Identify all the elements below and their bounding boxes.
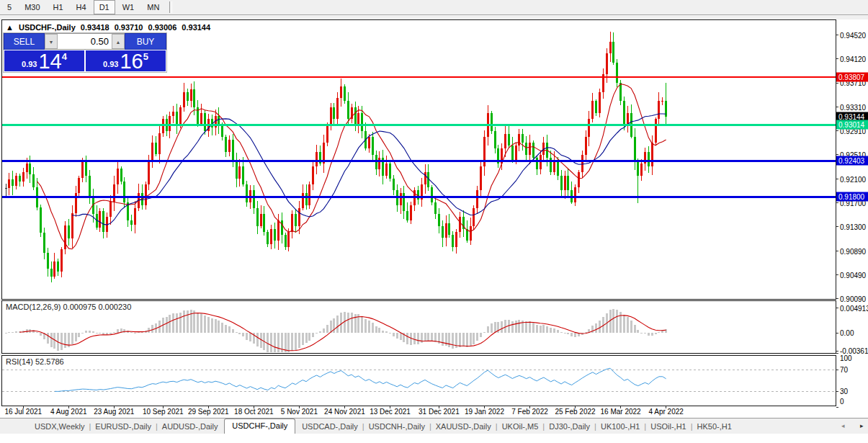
rsi-tick-70: 70 — [840, 366, 848, 374]
date-tick-18-Oct-2021: 18 Oct 2021 — [234, 408, 273, 416]
rsi-tick-30: 30 — [840, 388, 848, 395]
bottom-strip — [0, 433, 868, 443]
timeframe-button-M30[interactable]: M30 — [19, 0, 45, 14]
timeframe-button-H4[interactable]: H4 — [71, 0, 92, 14]
volume-spinner: ▼ ▲ — [45, 33, 125, 50]
volume-input[interactable] — [58, 34, 112, 49]
buy-price-sup: 5 — [143, 51, 148, 62]
pane-border-2 — [2, 356, 836, 406]
price-tick-0.9009: 0.90090 — [840, 295, 866, 303]
chart-tab-usoil-h1[interactable]: USOil-,H1 — [646, 420, 691, 434]
one-click-trade-panel: SELL ▼ ▲ BUY 0.93 14 4 0.93 16 5 — [3, 32, 167, 73]
volume-decrease-button[interactable]: ▼ — [45, 34, 58, 49]
chart-tab-bar: USDX,Weekly|EURUSD-,Daily|AUDUSD-,Daily|… — [0, 418, 868, 434]
chart-tab-usdcad-daily[interactable]: USDCAD-,Daily — [297, 420, 362, 434]
date-tick-13-Dec-2021: 13 Dec 2021 — [370, 408, 411, 416]
price-badge-support-green: 0.93014 — [836, 120, 868, 130]
date-tick-10-Sep-2021: 10 Sep 2021 — [143, 408, 184, 416]
date-tick-5-Nov-2021: 5 Nov 2021 — [281, 408, 318, 416]
sell-price-sup: 4 — [62, 51, 67, 62]
date-tick-4-Aug-2021: 4 Aug 2021 — [50, 408, 87, 416]
date-tick-4-Apr-2022: 4 Apr 2022 — [648, 408, 683, 416]
rsi-label: RSI(14) 52.5786 — [6, 357, 64, 366]
chart-tab-dj30-daily[interactable]: DJ30-,Daily — [545, 420, 594, 434]
chart-tab-hk50-h1[interactable]: HK50-,H1 — [693, 420, 736, 434]
date-tick-29-Sep-2021: 29 Sep 2021 — [188, 408, 229, 416]
timeframe-button-W1[interactable]: W1 — [117, 0, 140, 14]
ohlc-low: 0.93006 — [148, 23, 177, 32]
price-tick-0.913: 0.91300 — [840, 223, 866, 231]
date-tick-16-Mar-2022: 16 Mar 2022 — [601, 408, 641, 416]
chart-header: ▲ USDCHF-,Daily 0.93418 0.93710 0.93006 … — [6, 23, 213, 32]
rsi-tick-100: 100 — [840, 354, 852, 362]
price-badge-support-blue-2: 0.91800 — [836, 192, 868, 202]
rsi-tick-0: 0 — [840, 398, 844, 406]
tabs-scroll-right-icon[interactable]: ▸ — [860, 422, 864, 429]
mt4-window: { "toolbar": {"timeframes": ["5", "M30",… — [0, 0, 868, 443]
price-tick-0.9412: 0.94120 — [840, 55, 866, 63]
sell-price-tile[interactable]: 0.93 14 4 — [4, 50, 84, 71]
chart-tab-xauusd-daily[interactable]: XAUUSD-,Daily — [431, 420, 496, 434]
timeframe-toolbar: 5M30H1H4D1W1MN — [0, 0, 868, 15]
chart-tab-audusd-daily[interactable]: AUDUSD-,Daily — [158, 420, 223, 434]
price-tick-0.9331: 0.93310 — [840, 103, 866, 111]
volume-increase-button[interactable]: ▲ — [112, 34, 125, 49]
ohlc-open: 0.93418 — [81, 23, 109, 32]
ohlc-close: 0.93144 — [182, 23, 210, 32]
chart-tab-usdchf-daily[interactable]: USDCHF-,Daily — [224, 419, 295, 434]
price-badge-resistance: 0.93807 — [836, 73, 868, 82]
date-tick-31-Dec-2021: 31 Dec 2021 — [419, 408, 460, 416]
timeframe-button-5[interactable]: 5 — [1, 0, 17, 14]
buy-button[interactable]: BUY — [125, 33, 166, 50]
price-tick-0.9452: 0.94520 — [840, 31, 866, 39]
price-tick-0.921: 0.92100 — [840, 175, 866, 183]
chart-tab-ukoil-m5[interactable]: UKOil-,M5 — [498, 420, 543, 434]
date-tick-16-Jul-2021: 16 Jul 2021 — [4, 408, 42, 416]
toolbar-separator — [169, 1, 172, 13]
chart-tab-uk100-h1[interactable]: UK100-,H1 — [596, 420, 644, 434]
price-badge-support-blue-1: 0.92403 — [836, 156, 868, 166]
buy-price-tile[interactable]: 0.93 16 5 — [86, 50, 166, 71]
date-tick-19-Jan-2022: 19 Jan 2022 — [465, 408, 504, 416]
buy-price-big: 16 — [120, 52, 143, 71]
timeframe-button-D1[interactable]: D1 — [94, 0, 115, 14]
sell-button[interactable]: SELL — [4, 33, 45, 50]
timeframe-button-MN[interactable]: MN — [141, 0, 165, 14]
timeframe-button-H1[interactable]: H1 — [48, 0, 69, 14]
buy-price-prefix: 0.93 — [103, 60, 118, 68]
sell-price-prefix: 0.93 — [22, 60, 37, 68]
date-tick-24-Nov-2021: 24 Nov 2021 — [324, 408, 365, 416]
sell-price-big: 14 — [38, 52, 61, 71]
chart-tab-usdcnh-daily[interactable]: USDCNH-,Daily — [364, 420, 429, 434]
chart-tab-eurusd-daily[interactable]: EURUSD-,Daily — [91, 420, 156, 434]
date-tick-7-Feb-2022: 7 Feb 2022 — [511, 408, 548, 416]
macd-tick-0.00: 0.00 — [840, 329, 854, 337]
price-tick-0.9089: 0.90890 — [840, 247, 866, 255]
macd-label: MACD(12,26,9) 0.000975 0.000230 — [6, 303, 131, 311]
collapse-panel-icon[interactable]: ▲ — [6, 23, 14, 32]
date-tick-25-Feb-2022: 25 Feb 2022 — [555, 408, 595, 416]
price-tick-0.9049: 0.90490 — [840, 271, 866, 279]
macd-tick-0.004913: 0.004913 — [840, 304, 868, 312]
chart-symbol-title: USDCHF-,Daily — [19, 23, 76, 32]
date-tick-23-Aug-2021: 23 Aug 2021 — [94, 408, 134, 416]
chart-tab-usdx-weekly[interactable]: USDX,Weekly — [30, 420, 89, 434]
ohlc-high: 0.93710 — [115, 23, 143, 32]
tabs-scroll-left-icon[interactable]: ◂ — [841, 422, 845, 429]
